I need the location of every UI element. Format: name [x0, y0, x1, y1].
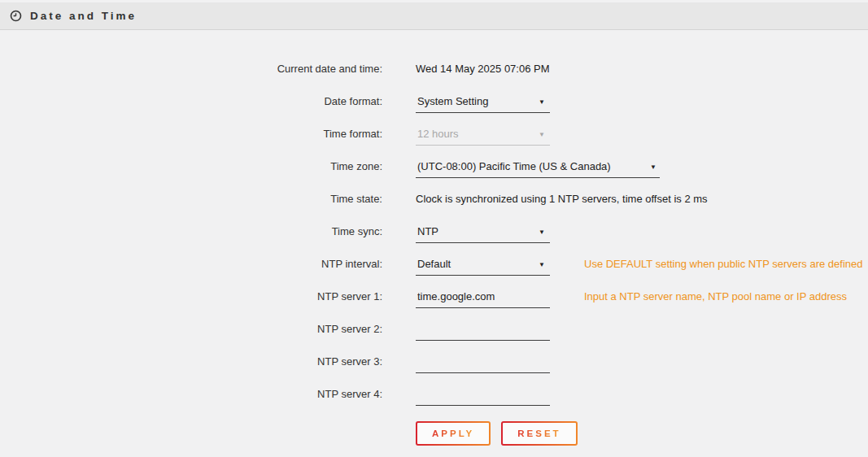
page-title: Date and Time — [30, 10, 137, 22]
apply-button-label: APPLY — [432, 429, 474, 438]
form-row-ntp-server-3: NTP server 3: — [0, 345, 868, 377]
time-state-value: Clock is synchronized using 1 NTP server… — [416, 193, 708, 205]
date-format-select[interactable]: System Setting ▼ — [416, 95, 550, 113]
ntp-server-2-input[interactable] — [416, 323, 550, 341]
form-row-ntp-server-4: NTP server 4: — [0, 377, 868, 410]
reset-button[interactable]: RESET — [501, 421, 577, 446]
form-row-current-datetime: Current date and time: Wed 14 May 2025 0… — [0, 52, 868, 85]
time-sync-select[interactable]: NTP ▼ — [416, 225, 550, 243]
chevron-down-icon: ▼ — [650, 162, 656, 172]
ntp-server-1-hint: Input a NTP server name, NTP pool name o… — [584, 290, 847, 302]
ntp-server-4-input[interactable] — [416, 388, 550, 406]
clock-icon — [10, 10, 22, 22]
time-state-label: Time state: — [0, 193, 382, 205]
ntp-server-3-label: NTP server 3: — [0, 355, 382, 368]
chevron-down-icon: ▼ — [539, 227, 545, 237]
form-row-ntp-server-2: NTP server 2: — [0, 312, 868, 345]
form-row-time-format: Time format: 12 hours ▼ — [0, 117, 868, 150]
ntp-interval-selected-value: Default — [417, 258, 451, 270]
date-time-form: Current date and time: Wed 14 May 2025 0… — [0, 30, 868, 446]
time-format-label: Time format: — [0, 128, 382, 140]
chevron-down-icon: ▼ — [539, 97, 545, 107]
ntp-server-1-label: NTP server 1: — [0, 290, 382, 302]
ntp-server-1-input[interactable] — [416, 290, 550, 308]
date-format-label: Date format: — [0, 95, 382, 107]
chevron-down-icon: ▼ — [539, 259, 545, 270]
ntp-interval-label: NTP interval: — [0, 258, 382, 270]
chevron-down-icon: ▼ — [539, 129, 545, 140]
time-format-select: 12 hours ▼ — [416, 128, 550, 146]
form-actions: APPLY RESET — [416, 421, 868, 446]
time-zone-label: Time zone: — [0, 160, 382, 172]
date-time-settings-panel: Date and Time Current date and time: Wed… — [0, 2, 868, 457]
form-row-time-zone: Time zone: (UTC-08:00) Pacific Time (US … — [0, 150, 868, 182]
time-sync-selected-value: NTP — [417, 225, 438, 237]
ntp-server-4-label: NTP server 4: — [0, 388, 382, 400]
time-format-selected-value: 12 hours — [417, 128, 459, 140]
form-row-time-sync: Time sync: NTP ▼ — [0, 215, 868, 247]
current-datetime-label: Current date and time: — [0, 63, 382, 75]
time-zone-selected-value: (UTC-08:00) Pacific Time (US & Canada) — [417, 160, 611, 172]
ntp-interval-hint: Use DEFAULT setting when public NTP serv… — [584, 258, 863, 270]
form-row-ntp-server-1: NTP server 1: Input a NTP server name, N… — [0, 280, 868, 312]
panel-header: Date and Time — [0, 2, 868, 30]
ntp-interval-select[interactable]: Default ▼ — [416, 258, 550, 276]
date-format-selected-value: System Setting — [417, 95, 488, 107]
form-row-ntp-interval: NTP interval: Default ▼ Use DEFAULT sett… — [0, 247, 868, 280]
form-row-time-state: Time state: Clock is synchronized using … — [0, 182, 868, 215]
ntp-server-2-label: NTP server 2: — [0, 323, 382, 335]
reset-button-label: RESET — [517, 429, 560, 438]
current-datetime-value: Wed 14 May 2025 07:06 PM — [416, 63, 550, 75]
time-zone-select[interactable]: (UTC-08:00) Pacific Time (US & Canada) ▼ — [416, 160, 660, 178]
form-row-date-format: Date format: System Setting ▼ — [0, 85, 868, 117]
time-sync-label: Time sync: — [0, 225, 382, 237]
apply-button[interactable]: APPLY — [416, 421, 491, 446]
ntp-server-3-input[interactable] — [416, 355, 550, 373]
